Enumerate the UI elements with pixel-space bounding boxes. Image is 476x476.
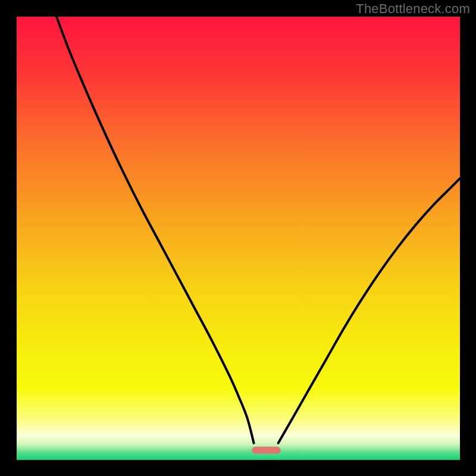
chart-container: TheBottleneck.com <box>0 0 476 476</box>
optimal-marker <box>252 447 280 454</box>
bottleneck-v-curve-chart <box>0 0 476 476</box>
watermark-text: TheBottleneck.com <box>356 1 470 17</box>
